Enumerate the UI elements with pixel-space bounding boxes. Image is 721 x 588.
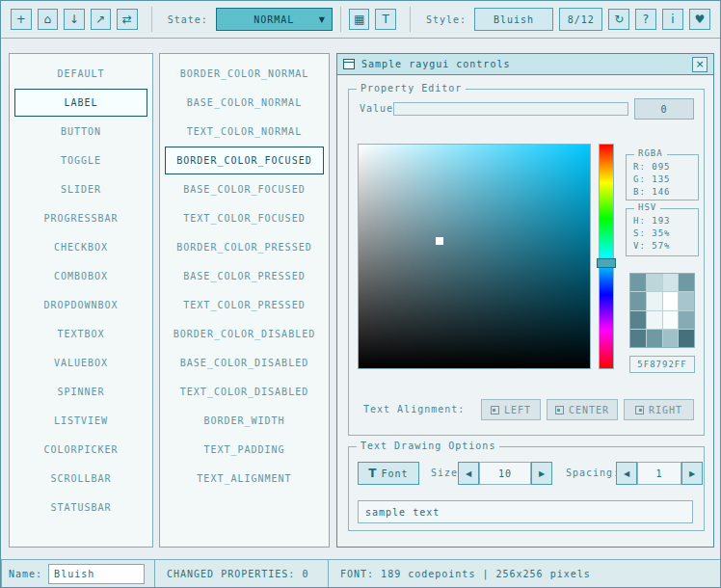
- save-style-button[interactable]: ↓: [64, 9, 85, 30]
- reload-style-button[interactable]: ↻: [608, 9, 629, 30]
- controls-list-item[interactable]: SCROLLBAR: [14, 465, 147, 493]
- controls-list-item[interactable]: VALUEBOX: [14, 349, 147, 377]
- controls-list-item[interactable]: SLIDER: [14, 175, 147, 203]
- window-title-bar[interactable]: Sample raygui controls ×: [337, 54, 713, 75]
- grid-icon: ▦: [354, 13, 364, 26]
- properties-list-item[interactable]: TEXT_COLOR_DISABLED: [165, 378, 324, 406]
- new-file-button[interactable]: +: [11, 9, 32, 30]
- palette-swatch[interactable]: [679, 274, 694, 291]
- controls-list-item[interactable]: SPINNER: [14, 378, 147, 406]
- properties-list-item[interactable]: TEXT_PADDING: [165, 436, 324, 464]
- controls-list-item[interactable]: BUTTON: [14, 118, 147, 146]
- state-label: State:: [168, 14, 208, 25]
- spacing-increment-button[interactable]: ▶: [681, 462, 703, 485]
- properties-list-item[interactable]: BASE_COLOR_DISABLED: [165, 349, 324, 377]
- properties-list-item[interactable]: BASE_COLOR_PRESSED: [165, 262, 324, 290]
- palette-swatch[interactable]: [630, 330, 646, 347]
- sample-text-input[interactable]: [358, 500, 693, 523]
- sponsor-button[interactable]: ♥: [689, 9, 710, 30]
- color-palette: [629, 273, 695, 348]
- font-editor-button[interactable]: T: [375, 9, 396, 30]
- controls-list-item[interactable]: COLORPICKER: [14, 436, 147, 464]
- palette-swatch[interactable]: [630, 292, 646, 309]
- controls-list-item[interactable]: TOGGLE: [14, 147, 147, 174]
- statusbar-name-cell: Name:: [1, 559, 155, 588]
- arrow-right-icon: ▶: [539, 469, 545, 478]
- controls-list-item[interactable]: TEXTBOX: [14, 320, 147, 348]
- align-right-button[interactable]: RIGHT: [624, 399, 694, 420]
- properties-list-item[interactable]: BORDER_COLOR_PRESSED: [165, 233, 324, 261]
- palette-swatch[interactable]: [663, 311, 679, 329]
- palette-swatch[interactable]: [679, 311, 694, 329]
- properties-list-item[interactable]: TEXT_COLOR_FOCUSED: [165, 204, 324, 232]
- controls-list-item[interactable]: STATUSBAR: [14, 494, 147, 521]
- heart-icon: ♥: [695, 13, 706, 26]
- palette-swatch[interactable]: [663, 330, 679, 347]
- properties-list-item[interactable]: BORDER_COLOR_NORMAL: [165, 60, 324, 88]
- palette-swatch[interactable]: [663, 292, 679, 309]
- controls-list-item[interactable]: LISTVIEW: [14, 407, 147, 435]
- controls-list-item[interactable]: CHECKBOX: [14, 233, 147, 261]
- palette-swatch[interactable]: [679, 292, 694, 309]
- properties-list-item[interactable]: BORDER_WIDTH: [165, 407, 324, 435]
- controls-list-item[interactable]: DROPDOWNBOX: [14, 291, 147, 319]
- toolbar: + ⌂ ↓ ↗ ⇄ State: NORMAL ▼ ▦ T Style: Blu…: [1, 1, 720, 39]
- style-name-button[interactable]: Bluish: [474, 8, 553, 31]
- properties-list-item[interactable]: BORDER_COLOR_DISABLED: [165, 320, 324, 348]
- font-icon: T: [368, 467, 376, 480]
- help-button[interactable]: ?: [635, 9, 656, 30]
- help-icon: ?: [643, 13, 649, 26]
- arrow-left-icon: ◀: [624, 469, 629, 478]
- sv-picker[interactable]: [358, 144, 591, 369]
- font-button[interactable]: T Font: [358, 462, 419, 485]
- palette-swatch[interactable]: [647, 311, 662, 329]
- controls-list-item[interactable]: COMBOBOX: [14, 262, 147, 290]
- palette-swatch[interactable]: [647, 330, 662, 347]
- random-style-icon: ⇄: [122, 13, 132, 26]
- controls-list-item[interactable]: PROGRESSBAR: [14, 204, 147, 232]
- info-button[interactable]: i: [662, 9, 683, 30]
- style-table-button[interactable]: ▦: [349, 9, 370, 30]
- style-count-button[interactable]: 8/12: [559, 8, 602, 31]
- style-name-input[interactable]: [48, 564, 145, 584]
- size-increment-button[interactable]: ▶: [531, 462, 552, 485]
- align-center-icon: [555, 406, 564, 414]
- properties-list-item[interactable]: TEXT_ALIGNMENT: [165, 465, 324, 493]
- window-close-button[interactable]: ×: [692, 57, 708, 72]
- controls-list-item[interactable]: LABEL: [14, 89, 147, 117]
- hue-slider[interactable]: [599, 144, 614, 369]
- align-left-button[interactable]: LEFT: [481, 399, 541, 420]
- export-style-button[interactable]: ↗: [91, 9, 112, 30]
- value-slider[interactable]: [393, 102, 628, 116]
- load-style-button[interactable]: ⌂: [38, 9, 59, 30]
- rgba-b-value: B: 146: [633, 186, 698, 199]
- controls-list-item[interactable]: DEFAULT: [14, 60, 147, 88]
- hsv-h-value: H: 193: [633, 215, 698, 227]
- spacing-value-box[interactable]: 1: [637, 462, 681, 485]
- state-dropdown[interactable]: NORMAL ▼: [216, 8, 333, 31]
- hex-color-value: 5F8792FF: [637, 360, 686, 369]
- size-value-box[interactable]: 10: [479, 462, 531, 485]
- properties-list-item[interactable]: BASE_COLOR_FOCUSED: [165, 175, 324, 203]
- palette-swatch[interactable]: [663, 274, 679, 291]
- statusbar: Name: CHANGED PROPERTIES: 0 FONT: 189 co…: [1, 559, 721, 588]
- random-style-button[interactable]: ⇄: [117, 9, 138, 30]
- hex-color-textbox[interactable]: 5F8792FF: [629, 356, 695, 373]
- picker-cursor[interactable]: [436, 237, 443, 245]
- size-decrement-button[interactable]: ◀: [458, 462, 479, 485]
- properties-list-item[interactable]: TEXT_COLOR_NORMAL: [165, 118, 324, 146]
- palette-swatch[interactable]: [679, 330, 694, 347]
- palette-swatch[interactable]: [647, 292, 662, 309]
- text-drawing-options-title: Text Drawing Options: [357, 441, 499, 451]
- align-center-button[interactable]: CENTER: [547, 399, 618, 420]
- palette-swatch[interactable]: [630, 274, 646, 291]
- value-box[interactable]: 0: [634, 98, 694, 120]
- hue-slider-handle[interactable]: [597, 258, 616, 268]
- palette-swatch[interactable]: [647, 274, 662, 291]
- spacing-decrement-button[interactable]: ◀: [616, 462, 637, 485]
- palette-swatch[interactable]: [630, 311, 646, 329]
- properties-list-item[interactable]: BORDER_COLOR_FOCUSED: [165, 147, 324, 174]
- name-label: Name:: [9, 569, 42, 579]
- properties-list-item[interactable]: BASE_COLOR_NORMAL: [165, 89, 324, 117]
- properties-list-item[interactable]: TEXT_COLOR_PRESSED: [165, 291, 324, 319]
